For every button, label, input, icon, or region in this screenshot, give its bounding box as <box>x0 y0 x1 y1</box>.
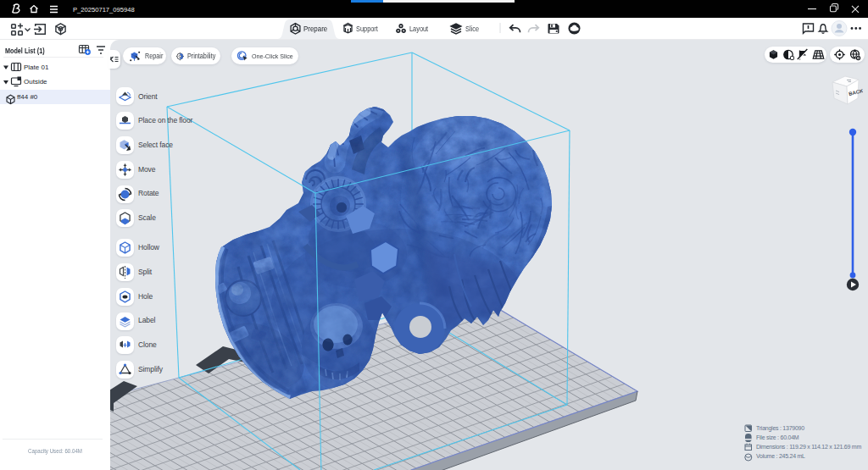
svg-text:P_20250717_095948: P_20250717_095948 <box>73 6 135 14</box>
